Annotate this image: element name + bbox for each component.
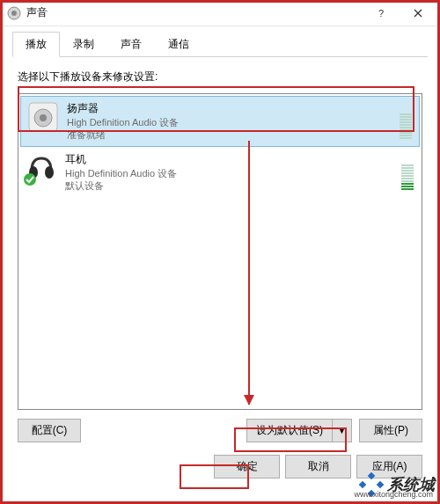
tab-playback[interactable]: 播放 — [12, 32, 60, 57]
volume-level-meter — [400, 102, 412, 141]
tab-strip: 播放 录制 声音 通信 — [0, 26, 440, 57]
device-status: 准备就绪 — [67, 128, 394, 141]
device-name: 扬声器 — [67, 102, 394, 116]
chevron-down-icon[interactable]: ▼ — [333, 423, 351, 439]
svg-point-9 — [45, 166, 54, 179]
set-default-button[interactable]: 设为默认值(S) ▼ — [246, 419, 352, 442]
tab-recording[interactable]: 录制 — [60, 32, 107, 57]
configure-button[interactable]: 配置(C) — [18, 419, 81, 442]
svg-rect-12 — [359, 481, 366, 488]
tab-sounds[interactable]: 声音 — [107, 32, 155, 57]
annotation-arrow — [248, 141, 250, 405]
ok-button[interactable]: 确定 — [214, 455, 280, 478]
app-icon — [7, 6, 21, 20]
device-item-speaker[interactable]: 扬声器 High Definition Audio 设备 准备就绪 — [20, 96, 420, 147]
tab-communications[interactable]: 通信 — [155, 32, 202, 57]
default-check-icon — [23, 172, 37, 186]
speaker-icon — [28, 102, 58, 132]
svg-point-10 — [24, 173, 36, 186]
device-list[interactable]: 扬声器 High Definition Audio 设备 准备就绪 — [18, 93, 422, 410]
window-title: 声音 — [26, 5, 363, 20]
svg-rect-13 — [377, 481, 384, 488]
svg-point-1 — [11, 11, 17, 16]
device-item-headphones[interactable]: 耳机 High Definition Audio 设备 默认设备 — [19, 148, 421, 197]
properties-button[interactable]: 属性(P) — [359, 419, 422, 442]
watermark-url: www.xitongcheng.com — [354, 490, 433, 499]
instruction-text: 选择以下播放设备来修改设置: — [18, 69, 422, 84]
cancel-button[interactable]: 取消 — [285, 455, 351, 478]
svg-point-7 — [40, 114, 47, 121]
close-button[interactable] — [400, 1, 436, 26]
svg-rect-11 — [368, 472, 375, 479]
svg-text:?: ? — [378, 9, 384, 18]
device-description: High Definition Audio 设备 — [67, 116, 394, 128]
help-button[interactable]: ? — [363, 1, 400, 26]
volume-level-meter — [401, 153, 414, 192]
device-status: 默认设备 — [65, 179, 396, 192]
device-description: High Definition Audio 设备 — [65, 167, 396, 179]
watermark: 系统城 www.xitongcheng.com — [359, 472, 435, 497]
headphones-icon — [26, 153, 56, 183]
device-name: 耳机 — [65, 153, 396, 167]
title-bar: 声音 ? — [0, 0, 440, 26]
